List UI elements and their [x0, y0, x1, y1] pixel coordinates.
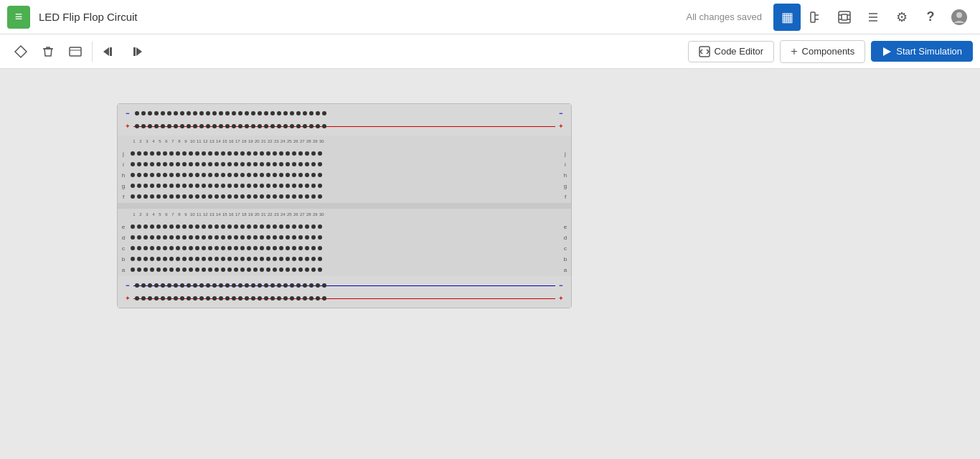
dot[interactable] [150, 257, 154, 261]
dot[interactable] [176, 246, 180, 250]
dot[interactable] [182, 173, 187, 177]
dot[interactable] [309, 283, 314, 288]
bom-view-btn[interactable] [859, 4, 887, 31]
dot[interactable] [221, 268, 225, 272]
dot[interactable] [311, 173, 316, 177]
dot[interactable] [266, 257, 270, 261]
dot[interactable] [245, 296, 249, 301]
dot[interactable] [219, 296, 223, 301]
dot[interactable] [234, 184, 238, 188]
dot[interactable] [131, 235, 135, 240]
dot[interactable] [296, 283, 301, 288]
dot[interactable] [253, 162, 258, 166]
dot[interactable] [195, 246, 199, 250]
dot[interactable] [290, 283, 294, 288]
dot[interactable] [264, 283, 268, 288]
dot[interactable] [305, 173, 309, 177]
dot[interactable] [292, 257, 296, 261]
dot[interactable] [247, 268, 251, 272]
dot[interactable] [135, 283, 139, 288]
dot[interactable] [169, 268, 174, 272]
dot[interactable] [247, 151, 251, 156]
dot[interactable] [163, 257, 167, 261]
dot[interactable] [316, 283, 320, 288]
dot[interactable] [193, 283, 197, 288]
dot[interactable] [311, 235, 316, 240]
dot[interactable] [156, 257, 161, 261]
dot[interactable] [131, 151, 135, 156]
dot[interactable] [154, 283, 159, 288]
dot[interactable] [234, 268, 238, 272]
dot[interactable] [247, 194, 251, 199]
dot[interactable] [137, 162, 141, 166]
dot[interactable] [247, 184, 251, 188]
dot[interactable] [292, 268, 296, 272]
dot[interactable] [225, 296, 230, 301]
dot[interactable] [150, 162, 154, 166]
dot[interactable] [182, 268, 187, 272]
dot[interactable] [156, 184, 161, 188]
dot[interactable] [208, 257, 212, 261]
dot[interactable] [199, 296, 204, 301]
dot[interactable] [176, 151, 180, 156]
dot[interactable] [305, 162, 309, 166]
dot[interactable] [227, 184, 232, 188]
dot[interactable] [156, 151, 161, 156]
dot[interactable] [225, 111, 230, 115]
dot[interactable] [195, 173, 199, 177]
dot[interactable] [227, 246, 232, 250]
dot[interactable] [215, 257, 219, 261]
dot[interactable] [303, 283, 307, 288]
dot[interactable] [322, 124, 326, 128]
dot[interactable] [176, 162, 180, 166]
dot[interactable] [150, 184, 154, 188]
dot[interactable] [208, 194, 212, 199]
dot[interactable] [176, 224, 180, 229]
dot[interactable] [221, 184, 225, 188]
dot[interactable] [277, 296, 281, 301]
dot[interactable] [279, 173, 283, 177]
dot[interactable] [279, 246, 283, 250]
dot[interactable] [208, 246, 212, 250]
dot[interactable] [215, 194, 219, 199]
dot[interactable] [202, 162, 206, 166]
dot[interactable] [131, 162, 135, 166]
dot[interactable] [260, 194, 264, 199]
dot[interactable] [208, 173, 212, 177]
dot[interactable] [277, 111, 281, 115]
dot[interactable] [212, 283, 217, 288]
step-forward-button[interactable] [123, 38, 150, 65]
dot[interactable] [176, 173, 180, 177]
dot[interactable] [232, 124, 236, 128]
dot[interactable] [182, 194, 187, 199]
dot[interactable] [311, 184, 316, 188]
dot[interactable] [143, 257, 148, 261]
dot[interactable] [258, 283, 262, 288]
dot[interactable] [266, 173, 270, 177]
dot[interactable] [264, 124, 268, 128]
dot[interactable] [298, 184, 303, 188]
dot[interactable] [266, 184, 270, 188]
dot[interactable] [292, 162, 296, 166]
dot[interactable] [182, 151, 187, 156]
dot[interactable] [292, 246, 296, 250]
dot[interactable] [260, 151, 264, 156]
dot[interactable] [137, 224, 141, 229]
schematic-view-btn[interactable] [802, 4, 829, 31]
settings-btn[interactable]: ⚙ [888, 4, 915, 31]
dot[interactable] [318, 162, 322, 166]
dot[interactable] [234, 224, 238, 229]
dot[interactable] [131, 246, 135, 250]
dot[interactable] [176, 257, 180, 261]
dot[interactable] [234, 194, 238, 199]
dot[interactable] [202, 246, 206, 250]
dot[interactable] [286, 246, 290, 250]
dot[interactable] [309, 124, 314, 128]
dot[interactable] [292, 151, 296, 156]
dot[interactable] [135, 124, 139, 128]
dot[interactable] [182, 162, 187, 166]
dot[interactable] [195, 224, 199, 229]
breadboard-view-btn[interactable]: ▦ [773, 4, 801, 31]
dot[interactable] [286, 224, 290, 229]
dot[interactable] [238, 124, 242, 128]
